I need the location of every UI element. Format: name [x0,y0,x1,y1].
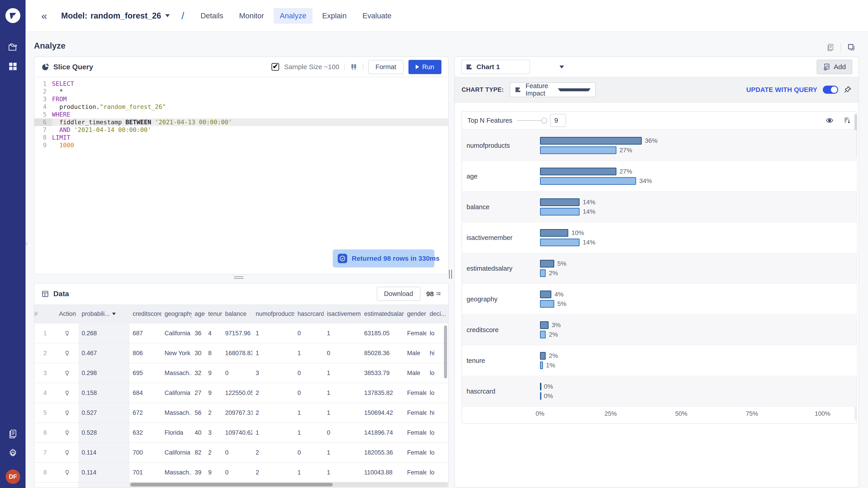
table-row[interactable]: 70.114700California8220201182055.36Femal… [34,443,449,463]
download-button[interactable]: Download [377,287,421,301]
impact-bar-light[interactable] [540,269,546,277]
sql-editor[interactable]: 1SELECT2 *3FROM4 production."random_fore… [34,78,448,274]
chart-row-numofproducts[interactable]: numofproducts36%27% [462,130,857,161]
chevron-down-icon[interactable] [559,66,564,68]
impact-bar-light[interactable] [540,238,580,246]
chart-row-hascrcard[interactable]: hascrcard0%0% [462,376,857,407]
slider-knob[interactable] [541,118,547,123]
sort-descending-caret[interactable] [112,313,116,315]
column-header-numofproducts[interactable]: numofproducts [252,311,294,318]
table-row[interactable]: 50.527672Massach...562209767.31211150694… [34,403,449,423]
chart-type-dropdown[interactable]: Feature Impact [510,82,596,97]
explain-lightbulb-icon[interactable] [56,330,79,336]
top-n-slider[interactable] [517,120,544,121]
chart-row-geography[interactable]: geography4%5% [462,284,857,315]
explain-lightbulb-icon[interactable] [56,350,79,356]
column-header-estimatedsalary[interactable]: estimatedsalary [361,311,404,318]
column-header-deci[interactable]: deci... [427,311,449,318]
tab-explain[interactable]: Explain [316,8,353,24]
scrollbar-thumb[interactable] [130,483,333,486]
impact-bar-light[interactable] [540,361,543,369]
pin-icon[interactable] [844,86,852,94]
impact-bar-light[interactable] [540,331,546,338]
horizontal-scrollbar[interactable] [129,482,448,487]
column-header-#[interactable]: # [34,311,56,318]
sql-line-6[interactable]: 6 fiddler_timestamp BETWEEN '2021-04-13 … [34,119,448,126]
table-row[interactable]: 60.528632Florida403109740.62110141896.74… [34,423,449,443]
table-row[interactable]: 30.298695Massach...329030138533.79Malelo [34,363,449,383]
impact-bar-dark[interactable] [540,321,549,329]
impact-bar-dark[interactable] [540,229,568,237]
sql-line-8[interactable]: 8LIMIT [34,134,448,141]
explain-lightbulb-icon[interactable] [56,390,79,396]
impact-bar-light[interactable] [540,300,554,308]
impact-bar-dark[interactable] [540,137,642,144]
tab-evaluate[interactable]: Evaluate [356,8,398,24]
sql-line-7[interactable]: 7 AND '2021-04-14 00:00:00' [34,126,448,134]
table-row[interactable]: 10.268687California36497157.9610163185.0… [34,324,449,344]
collapse-sidebar-button[interactable]: « [41,11,47,21]
run-button[interactable]: Run [408,60,441,74]
report-icon[interactable] [826,43,835,52]
tab-details[interactable]: Details [194,8,230,24]
column-header-probabili[interactable]: probabili... [79,311,129,318]
impact-bar-light[interactable] [540,208,580,216]
impact-bar-dark[interactable] [540,168,616,175]
chart-name-box[interactable]: Chart 1 [461,60,530,74]
sort-descending-icon[interactable] [843,116,851,125]
column-header-Action[interactable]: Action [56,311,79,318]
column-header-gender[interactable]: gender [404,311,427,318]
impact-bar-dark[interactable] [540,260,554,267]
impact-bar-dark[interactable] [540,198,580,206]
table-row[interactable]: 80.114701Massach...3990211110043.88Femal… [34,463,449,483]
expand-panel-chevron[interactable]: › [25,238,28,248]
sql-line-3[interactable]: 3FROM [34,95,448,103]
explain-lightbulb-icon[interactable] [56,469,79,476]
duplicate-icon[interactable] [847,43,856,52]
horizontal-splitter-handle[interactable] [234,275,243,280]
impact-bar-dark[interactable] [540,383,541,390]
vertical-splitter-handle[interactable] [449,270,452,279]
tab-analyze[interactable]: Analyze [274,8,313,24]
apps-grid-icon[interactable] [0,61,26,71]
impact-bar-light[interactable] [540,392,541,400]
fiddler-logo-icon[interactable] [5,8,20,23]
sql-line-4[interactable]: 4 production."random_forest_26" [34,103,448,111]
explain-lightbulb-icon[interactable] [56,449,79,456]
docs-icon[interactable] [0,429,26,439]
model-name-dropdown[interactable]: random_forest_26 [91,11,161,21]
visibility-icon[interactable] [826,116,834,125]
impact-bar-light[interactable] [540,147,616,154]
chart-row-isactivemember[interactable]: isactivemember10%14% [462,222,857,253]
schema-columns-icon[interactable] [350,63,358,71]
column-header-isactivemember[interactable]: isactivemember [324,311,361,318]
chart-row-age[interactable]: age27%34% [462,161,857,192]
chart-row-creditscore[interactable]: creditscore3%2% [462,315,857,345]
format-button[interactable]: Format [368,60,403,74]
sql-line-5[interactable]: 5WHERE [34,111,448,119]
table-row[interactable]: 20.467806New York308168078.8311085028.36… [34,344,449,363]
chart-row-tenure[interactable]: tenure2%1% [462,345,857,376]
impact-bar-dark[interactable] [540,291,551,298]
chart-row-balance[interactable]: balance14%14% [462,192,857,222]
projects-folder-icon[interactable] [0,42,26,53]
top-n-input[interactable] [550,114,566,127]
explain-lightbulb-icon[interactable] [56,370,79,376]
tab-monitor[interactable]: Monitor [233,8,270,24]
sql-line-9[interactable]: 9 1000 [34,141,448,149]
column-header-creditscore[interactable]: creditscore [129,311,161,318]
add-chart-button[interactable]: Add [817,60,852,74]
sample-size-checkbox[interactable] [272,63,279,71]
explain-lightbulb-icon[interactable] [56,410,79,416]
impact-bar-dark[interactable] [540,352,546,360]
column-header-geography[interactable]: geography [161,311,191,318]
sql-line-1[interactable]: 1SELECT [34,80,448,88]
sql-line-2[interactable]: 2 * [34,88,448,95]
update-with-query-toggle[interactable] [823,86,838,94]
column-header-hascrcard[interactable]: hascrcard [294,311,324,318]
settings-gear-icon[interactable] [0,448,26,459]
user-avatar[interactable]: DF [6,469,20,484]
impact-bar-light[interactable] [540,177,636,185]
column-header-age[interactable]: age [191,311,205,318]
chart-row-estimatedsalary[interactable]: estimatedsalary5%2% [462,253,857,284]
